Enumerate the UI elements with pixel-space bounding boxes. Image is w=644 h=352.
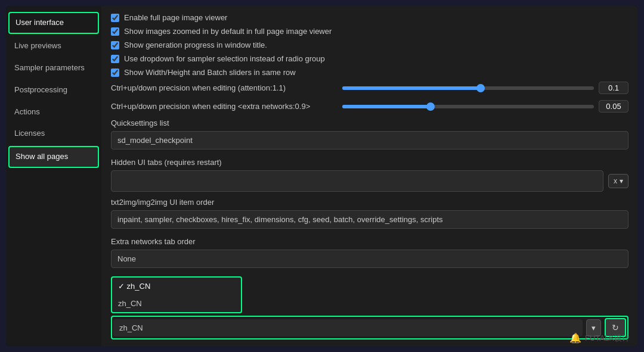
- slider1-fill: [342, 86, 481, 90]
- locale-dropdown-wrapper: ✓ zh_CN zh_CN: [111, 276, 628, 313]
- checkbox-fullpage[interactable]: [111, 14, 119, 22]
- locale-dropdown-list: ✓ zh_CN zh_CN: [111, 276, 242, 313]
- sidebar: User interface Live previews Sampler par…: [6, 6, 101, 346]
- hidden-tabs-input[interactable]: [111, 170, 603, 192]
- quicksettings-input[interactable]: [111, 131, 628, 149]
- chevron-down-icon: ▾: [592, 323, 596, 332]
- watermark-icon: 🔔: [569, 332, 581, 344]
- slider2-row: Ctrl+up/down precision when editing <ext…: [111, 100, 628, 113]
- x-label: x: [614, 177, 617, 185]
- checkbox-zoomed[interactable]: [111, 27, 119, 36]
- locale-section: ✓ zh_CN zh_CN ▾ ↻: [111, 276, 628, 339]
- sidebar-item-show-all-pages[interactable]: Show all pages: [8, 146, 99, 168]
- checkbox-label-fullpage: Enable full page image viewer: [124, 13, 227, 22]
- watermark: 🔔 FUTALK设计: [569, 332, 630, 344]
- sidebar-item-postprocessing[interactable]: Postprocessing: [6, 79, 101, 101]
- locale-option-zh-cn-checked[interactable]: ✓ zh_CN: [112, 278, 241, 295]
- checkbox-row-zoomed: Show images zoomed in by default in full…: [111, 27, 628, 36]
- checkbox-row-sliders: Show Width/Height and Batch sliders in s…: [111, 68, 628, 77]
- checkbox-label-dropdown: Use dropdown for sampler selection inste…: [124, 54, 325, 63]
- slider1-thumb[interactable]: [476, 84, 485, 92]
- checkbox-label-sliders: Show Width/Height and Batch sliders in s…: [124, 68, 296, 77]
- ui-item-order-input[interactable]: [111, 210, 628, 229]
- sidebar-item-sampler-parameters[interactable]: Sampler parameters: [6, 57, 101, 79]
- slider1-row: Ctrl+up/down precision when editing (att…: [111, 82, 628, 94]
- sidebar-item-licenses[interactable]: Licenses: [6, 123, 101, 145]
- checkbox-row-fullpage: Enable full page image viewer: [111, 13, 628, 22]
- slider2-thumb[interactable]: [426, 102, 435, 111]
- locale-input-row: ▾ ↻: [111, 316, 628, 339]
- slider2-track[interactable]: [342, 105, 594, 108]
- slider2-container: 0.05: [342, 100, 628, 113]
- checkbox-dropdown[interactable]: [111, 55, 119, 63]
- refresh-icon: ↻: [612, 323, 619, 332]
- sidebar-item-live-previews[interactable]: Live previews: [6, 35, 101, 57]
- checkbox-label-progress: Show generation progress in window title…: [124, 41, 267, 49]
- slider2-label: Ctrl+up/down precision when editing <ext…: [111, 102, 338, 111]
- slider1-value[interactable]: 0.1: [599, 82, 628, 94]
- hidden-tabs-x-button[interactable]: x ▾: [608, 174, 628, 188]
- locale-input[interactable]: [113, 319, 583, 337]
- chevron-down-icon: ▾: [620, 177, 623, 185]
- slider2-fill: [342, 105, 431, 108]
- sidebar-item-actions[interactable]: Actions: [6, 101, 101, 123]
- locale-option-zh-cn[interactable]: zh_CN: [112, 295, 241, 312]
- content-area: Enable full page image viewer Show image…: [101, 6, 638, 346]
- checkbox-progress[interactable]: [111, 41, 119, 49]
- slider1-container: 0.1: [342, 82, 628, 94]
- hidden-tabs-label: Hidden UI tabs (requires restart): [111, 158, 628, 167]
- checkbox-label-zoomed: Show images zoomed in by default in full…: [124, 27, 332, 36]
- checkbox-row-dropdown: Use dropdown for sampler selection inste…: [111, 54, 628, 63]
- sidebar-item-user-interface[interactable]: User interface: [8, 12, 99, 34]
- checkbox-row-progress: Show generation progress in window title…: [111, 41, 628, 49]
- slider1-label: Ctrl+up/down precision when editing (att…: [111, 83, 338, 92]
- slider2-value[interactable]: 0.05: [599, 100, 628, 113]
- extra-networks-input[interactable]: [111, 250, 628, 268]
- checkbox-sliders[interactable]: [111, 68, 119, 77]
- slider1-track[interactable]: [342, 86, 594, 90]
- extra-networks-label: Extra networks tab order: [111, 237, 628, 246]
- hidden-tabs-row: x ▾: [111, 170, 628, 192]
- watermark-text: FUTALK设计: [585, 333, 630, 344]
- ui-item-order-label: txt2img/img2img UI item order: [111, 198, 628, 207]
- quicksettings-label: Quicksettings list: [111, 119, 628, 127]
